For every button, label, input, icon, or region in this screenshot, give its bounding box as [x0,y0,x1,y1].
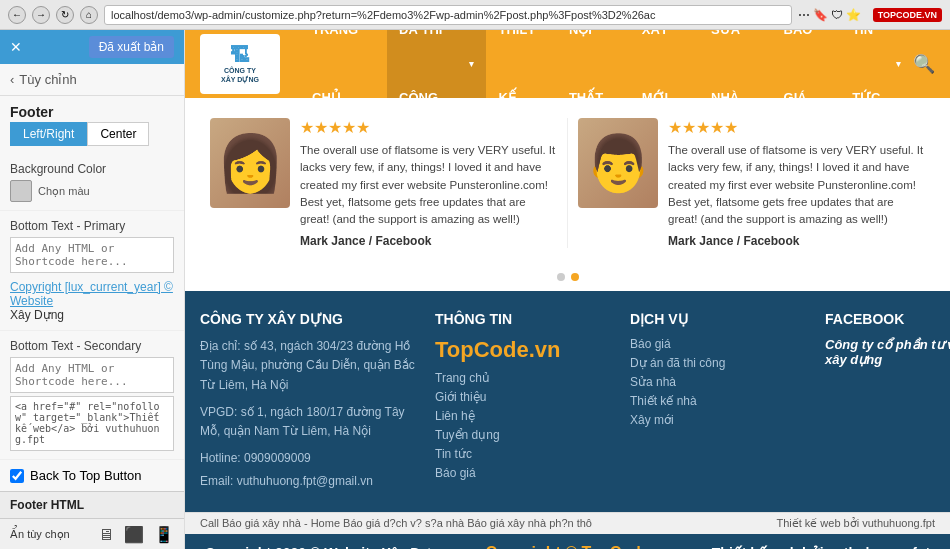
bg-color-label: Background Color [10,162,174,176]
color-swatch[interactable] [10,180,32,202]
footer-link-trangchu[interactable]: Trang chủ [435,371,615,385]
site-footer: CÔNG TY XÂY DỰNG Địa chỉ: số 43, ngách 3… [185,291,950,511]
testimonial-content-1: ★★★★★ The overall use of flatsome is ver… [300,118,557,248]
sidebar-tab-leftright[interactable]: Left/Right [10,122,87,146]
footer-col-2: THÔNG TIN TopCode.vn Trang chủ Giới thiệ… [435,311,615,491]
dot-indicators [185,268,950,291]
footer-dv-baogía[interactable]: Báo giá [630,337,810,351]
search-icon[interactable]: 🔍 [913,53,935,75]
site-logo: 🏗 CÔNG TYXÂY DỰNG [200,34,280,94]
stars-1: ★★★★★ [300,118,557,137]
footer-html-label: Footer HTML [10,498,84,512]
avatar-image-1: 👩 [216,131,285,196]
footer-col-3: DỊCH VỤ Báo giá Dự án đã thi công Sửa nh… [630,311,810,491]
select-dropdown[interactable]: Ẩn tùy chọn [10,528,88,541]
testimonial-content-2: ★★★★★ The overall use of flatsome is ver… [668,118,925,248]
secondary-text-placeholder[interactable] [10,357,174,393]
dot-1[interactable] [557,273,565,281]
sidebar-tab-center[interactable]: Center [87,122,149,146]
sidebar-back-to-top-row: Back To Top Button [0,460,184,491]
footer-dv-duandathicong[interactable]: Dự án đã thi công [630,356,810,370]
bottom-bar-right: Thiết kế web bởi vuthuhuong.fpt [776,517,935,530]
browser-url-input[interactable] [104,5,792,25]
footer-link-baogía[interactable]: Báo giá [435,466,615,480]
footer-dv-xaymoi[interactable]: Xây mới [630,413,810,427]
footer-col1-hotline: Hotline: 0909009009 [200,449,420,468]
footer-link-tuyendung[interactable]: Tuyển dụng [435,428,615,442]
avatar-2: 👨 [578,118,658,208]
sidebar-tabs: Left/Right Center [0,122,184,154]
nav-item-baogía[interactable]: BÁO GIÁ [772,30,841,98]
sidebar-section-title: Footer [0,96,184,122]
nav-item-xaymoi[interactable]: XÂY MỚI [630,30,699,98]
desktop-icon[interactable]: 🖥 [98,526,114,544]
avatar-1: 👩 [210,118,290,208]
testimonial-author-1: Mark Jance / Facebook [300,234,557,248]
bottom-bar-text: Call Báo giá xây nhà - Home Báo giá d?ch… [200,517,592,529]
footer-dv-thietkeha[interactable]: Thiết kế nhà [630,394,810,408]
avatar-image-2: 👨 [584,131,653,196]
back-to-top-label: Back To Top Button [30,468,142,483]
footer-brand: TopCode.vn [435,337,615,363]
browser-bar: ← → ↻ ⌂ ⋯🔖🛡⭐ TOPCODE.VN [0,0,950,30]
sidebar-secondary-text-group: Bottom Text - Secondary <a href="#" rel=… [0,331,184,460]
nav-item-trangchu[interactable]: TRANG CHỦ [300,30,387,98]
secondary-text-label: Bottom Text - Secondary [10,339,174,353]
sidebar-back-nav[interactable]: ‹ Tùy chỉnh [0,64,184,96]
sidebar-primary-text-group: Bottom Text - Primary Copyright [lux_cur… [0,211,184,331]
nav-item-suanha[interactable]: SỬA NHÀ [699,30,771,98]
footer-col1-title: CÔNG TY XÂY DỰNG [200,311,420,327]
nav-item-dathicong[interactable]: ĐÃ THI CÔNG ▾ [387,30,486,98]
primary-text-placeholder[interactable] [10,237,174,273]
mobile-icon[interactable]: 📱 [154,525,174,544]
footer-facebook-text: Công ty cổ phần tư vấn đầu tư xây dựng [825,337,950,367]
sidebar-footer-section: Footer HTML [0,491,184,518]
footer-link-tintuc[interactable]: Tin tức [435,447,615,461]
topcode-logo: TOPCODE.VN [873,8,942,22]
nav-item-noithat[interactable]: NỘI THẤT [557,30,630,98]
sidebar-publish-btn[interactable]: Đã xuất bản [89,36,174,58]
browser-home-btn[interactable]: ⌂ [80,6,98,24]
testimonials-section: 👩 ★★★★★ The overall use of flatsome is v… [185,98,950,268]
footer-col4-title: FACEBOOK [825,311,950,327]
site-nav: TRANG CHỦ ĐÃ THI CÔNG ▾ THIẾT KẾ NỘI THẤ… [300,30,913,98]
logo-icon: 🏗 [230,44,250,67]
footer-col3-title: DỊCH VỤ [630,311,810,327]
site-header: 🏗 CÔNG TYXÂY DỰNG TRANG CHỦ ĐÃ THI CÔNG … [185,30,950,98]
logo-text: CÔNG TYXÂY DỰNG [221,67,259,84]
testimonial-text-2: The overall use of flatsome is very VERY… [668,142,925,228]
nav-item-tintuc[interactable]: TIN TỨC ▾ [840,30,913,98]
color-choose-btn[interactable]: Chọn màu [38,185,90,198]
footer-col-4: FACEBOOK Công ty cổ phần tư vấn đầu tư x… [825,311,950,491]
footer-col1-address2: VPGD: số 1, ngách 180/17 đường Tây Mỗ, q… [200,403,420,441]
footer-link-lienhe[interactable]: Liên hệ [435,409,615,423]
site-copyright: Copyright 2020 © Website Xây Dựng Copyri… [185,534,950,549]
sidebar-header: ✕ Đã xuất bản [0,30,184,64]
stars-2: ★★★★★ [668,118,925,137]
footer-col1-email: Email: vuthuhuong.fpt@gmail.vn [200,472,420,491]
footer-link-gioithieu[interactable]: Giới thiệu [435,390,615,404]
secondary-code-content: <a href="#" rel="nofollow" target="_blan… [10,396,174,451]
browser-back-btn[interactable]: ← [8,6,26,24]
sidebar: ✕ Đã xuất bản ‹ Tùy chỉnh Footer Left/Ri… [0,30,185,549]
testimonial-author-2: Mark Jance / Facebook [668,234,925,248]
footer-col2-title: THÔNG TIN [435,311,615,327]
footer-dv-suanha[interactable]: Sửa nhà [630,375,810,389]
dot-2[interactable] [571,273,579,281]
copyright-link[interactable]: Copyright [lux_current_year] © Website [10,280,173,308]
browser-refresh-btn[interactable]: ↻ [56,6,74,24]
primary-text-content: Copyright [lux_current_year] © Website X… [10,280,174,322]
tablet-icon[interactable]: ⬛ [124,525,144,544]
footer-col-1: CÔNG TY XÂY DỰNG Địa chỉ: số 43, ngách 3… [200,311,420,491]
primary-line2: Xây Dựng [10,308,64,322]
primary-text-label: Bottom Text - Primary [10,219,174,233]
sidebar-back-label: Tùy chỉnh [19,72,76,87]
back-to-top-checkbox[interactable] [10,469,24,483]
nav-item-thietke[interactable]: THIẾT KẾ [486,30,556,98]
site-bottom-bar: Call Báo giá xây nhà - Home Báo giá d?ch… [185,512,950,534]
sidebar-bg-color-group: Background Color Chọn màu [0,154,184,211]
sidebar-close-btn[interactable]: ✕ [10,40,22,54]
browser-forward-btn[interactable]: → [32,6,50,24]
content-area: 🏗 CÔNG TYXÂY DỰNG TRANG CHỦ ĐÃ THI CÔNG … [185,30,950,549]
testimonial-text-1: The overall use of flatsome is very VERY… [300,142,557,228]
